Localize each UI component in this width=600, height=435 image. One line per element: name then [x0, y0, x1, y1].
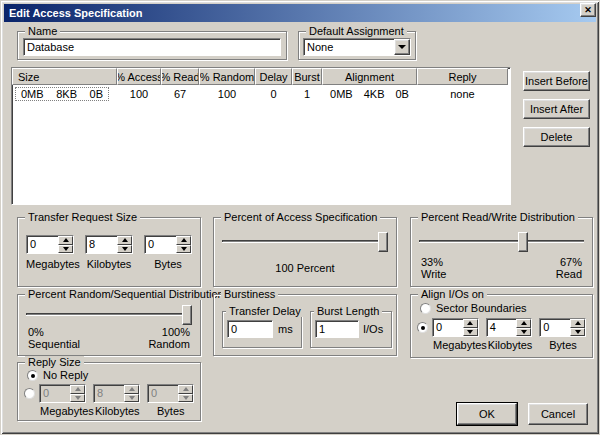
column-header-random[interactable]: % Random: [199, 68, 255, 85]
align-b: 0B: [395, 88, 408, 100]
burst-length-input[interactable]: 1: [315, 320, 359, 338]
transfer-delay-label: Transfer Delay: [226, 305, 304, 317]
align-kilobytes-value: 4: [487, 319, 517, 336]
percent-access-group: Percent of Access Specification 100 Perc…: [213, 217, 397, 287]
reply-megabytes-stepper: 0: [39, 384, 86, 403]
spinner-down-icon[interactable]: [516, 328, 531, 337]
trs-megabytes-stepper[interactable]: 0: [26, 235, 74, 254]
default-assignment-select[interactable]: None: [303, 38, 411, 56]
spinner-down-icon[interactable]: [117, 245, 132, 254]
reply-megabytes-value: 0: [40, 385, 70, 402]
percent-access-slider[interactable]: [222, 232, 388, 252]
default-assignment-value: None: [304, 39, 394, 55]
reply-unit-megabytes: Megabytes: [40, 405, 87, 417]
size-focus-rect: 0MB 8KB 0B: [15, 87, 109, 101]
column-header-burst[interactable]: Burst: [292, 68, 322, 85]
random-sequential-group: Percent Random/Sequential Distribution 0…: [17, 294, 201, 356]
dropdown-arrow-button[interactable]: [394, 39, 410, 55]
reply-bytes-value: 0: [148, 385, 178, 402]
burst-length-unit: I/Os: [363, 323, 383, 335]
cancel-button[interactable]: Cancel: [528, 403, 588, 425]
cell-delay: 0: [255, 88, 292, 100]
align-kb: 4KB: [364, 88, 385, 100]
slider-thumb[interactable]: [518, 232, 528, 252]
spinner-up-icon[interactable]: [176, 236, 191, 245]
column-header-read[interactable]: % Read: [161, 68, 199, 85]
read-write-label: Percent Read/Write Distribution: [418, 211, 578, 223]
column-header-delay[interactable]: Delay: [255, 68, 292, 85]
reply-custom-radio[interactable]: [24, 388, 35, 399]
insert-after-label: Insert After: [530, 103, 583, 115]
transfer-request-size-label: Transfer Request Size: [25, 211, 140, 223]
reply-unit-bytes: Bytes: [148, 405, 195, 417]
read-percent-label: 67%Read: [556, 256, 582, 280]
read-write-slider[interactable]: [419, 232, 584, 252]
column-header-size[interactable]: Size: [12, 68, 117, 85]
cell-size: 0MB 8KB 0B: [12, 87, 117, 101]
slider-track: [222, 240, 388, 243]
burstiness-label: Burstiness: [221, 288, 278, 300]
cell-access: 100: [117, 88, 161, 100]
transfer-request-size-group: Transfer Request Size 0 8 0 Megabytes Ki…: [17, 217, 201, 287]
spinner-down-icon[interactable]: [570, 328, 585, 337]
insert-before-button[interactable]: Insert Before: [523, 71, 590, 91]
spinner-up-icon[interactable]: [58, 236, 73, 245]
trs-unit-megabytes: Megabytes: [26, 258, 74, 270]
insert-before-label: Insert Before: [525, 75, 588, 87]
slider-track: [419, 240, 584, 243]
edit-access-specification-dialog: Edit Access Specification ✕ Name Databas…: [0, 0, 600, 435]
spinner-up-icon[interactable]: [463, 319, 478, 328]
spinner-up-icon[interactable]: [516, 319, 531, 328]
trs-bytes-stepper[interactable]: 0: [144, 235, 192, 254]
column-header-alignment[interactable]: Alignment: [322, 68, 417, 85]
trs-bytes-value: 0: [145, 236, 176, 253]
transfer-delay-value: 0: [231, 323, 237, 335]
window-title: Edit Access Specification: [9, 7, 142, 19]
default-assignment-label: Default Assignment: [306, 25, 407, 37]
spinner-up-icon: [70, 385, 85, 394]
reply-size-label: Reply Size: [25, 356, 84, 368]
title-bar[interactable]: Edit Access Specification: [4, 4, 596, 22]
align-megabytes-stepper[interactable]: 0: [432, 318, 479, 337]
transfer-delay-group: Transfer Delay 0 ms: [222, 311, 302, 348]
align-bytes-stepper[interactable]: 0: [539, 318, 586, 337]
align-custom-radio[interactable]: [417, 322, 428, 333]
sector-boundaries-radio[interactable]: [420, 303, 431, 314]
spinner-up-icon[interactable]: [117, 236, 132, 245]
random-percent-label: 100%Random: [148, 326, 190, 350]
no-reply-label: No Reply: [43, 369, 88, 381]
access-spec-table[interactable]: Size % Access % Read % Random Delay Burs…: [11, 67, 511, 205]
cancel-label: Cancel: [541, 408, 575, 420]
close-button[interactable]: ✕: [580, 3, 596, 17]
sequential-percent-label: 0%Sequential: [28, 326, 80, 350]
ok-button[interactable]: OK: [457, 403, 517, 425]
trs-kilobytes-stepper[interactable]: 8: [85, 235, 133, 254]
cell-burst: 1: [292, 88, 322, 100]
align-unit-bytes: Bytes: [540, 339, 586, 351]
no-reply-radio[interactable]: [27, 370, 38, 381]
delete-label: Delete: [541, 131, 573, 143]
column-header-reply[interactable]: Reply: [417, 68, 508, 85]
align-unit-megabytes: Megabytes: [433, 339, 480, 351]
delete-button[interactable]: Delete: [523, 127, 590, 147]
column-header-access[interactable]: % Access: [117, 68, 161, 85]
name-group-label: Name: [25, 25, 60, 37]
spinner-down-icon[interactable]: [176, 245, 191, 254]
transfer-delay-unit: ms: [278, 323, 293, 335]
burst-length-label: Burst Length: [314, 305, 382, 317]
transfer-delay-input[interactable]: 0: [227, 320, 273, 338]
insert-after-button[interactable]: Insert After: [523, 99, 590, 119]
spinner-down-icon[interactable]: [463, 328, 478, 337]
random-sequential-label: Percent Random/Sequential Distribution: [25, 288, 227, 300]
slider-thumb[interactable]: [182, 305, 192, 325]
spinner-down-icon[interactable]: [58, 245, 73, 254]
spinner-up-icon[interactable]: [570, 319, 585, 328]
table-row[interactable]: 0MB 8KB 0B 100 67 100 0 1 0MB 4KB 0B non…: [12, 86, 510, 101]
spinner-down-icon: [70, 394, 85, 403]
align-ios-label: Align I/Os on: [418, 288, 487, 300]
slider-thumb[interactable]: [378, 232, 388, 252]
align-kilobytes-stepper[interactable]: 4: [486, 318, 533, 337]
name-input[interactable]: Database: [23, 38, 281, 56]
random-sequential-slider[interactable]: [26, 305, 192, 325]
size-mb: 0MB: [21, 88, 44, 100]
